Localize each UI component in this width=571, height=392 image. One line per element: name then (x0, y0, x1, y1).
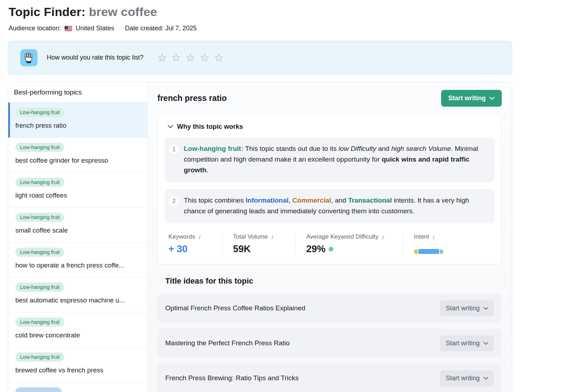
topic-label: cold brew concentrate (15, 331, 141, 339)
topic-badge: Low-hanging fruit (15, 178, 64, 187)
audience-location-value: United States (76, 25, 114, 32)
topic-badge: Low-hanging fruit (15, 317, 64, 327)
intent-informational-text: Informational (246, 197, 288, 204)
point-text: This topic combines Informational, Comme… (184, 195, 486, 217)
rating-question: How would you rate this topic list? (47, 54, 143, 61)
sidebar-item-topic-partial[interactable] (8, 382, 147, 392)
sidebar-item-topic[interactable]: Low-hanging fruit french press ratio (8, 103, 147, 138)
sidebar-item-topic[interactable]: Low-hanging fruit light roast coffees (8, 173, 147, 208)
rating-banner: How would you rate this topic list? ☆ ☆ … (8, 41, 512, 75)
intent-informational-segment (418, 249, 439, 254)
metric-total-volume: Total Volume i 59K (222, 233, 295, 255)
sidebar-item-topic[interactable]: Low-hanging fruit brewed coffee vs frenc… (8, 347, 147, 382)
star-icon[interactable]: ☆ (171, 52, 181, 63)
topic-label: small coffee scale (15, 226, 141, 234)
star-icon[interactable]: ☆ (214, 52, 224, 63)
title-idea-card: French Press Brewing: Ratio Tips and Tri… (157, 363, 502, 392)
us-flag-icon (65, 26, 72, 31)
date-created: Date created: Jul 7, 2025 (125, 25, 197, 32)
point-segment: , and (331, 197, 348, 204)
start-writing-button[interactable]: Start writing (440, 335, 494, 351)
topic-label: how to operate a french press coffe... (15, 261, 141, 269)
topic-metrics: Keywords i + 30 Total Volume i 59K (165, 233, 494, 255)
metric-keyword-difficulty: Average Keyword Difficulty i 29% (295, 233, 403, 255)
page-subheader: Audience location: United States Date cr… (9, 25, 571, 32)
intent-commercial-segment (414, 249, 418, 254)
metric-label: Intent (414, 233, 429, 240)
start-writing-label: Start writing (446, 340, 480, 347)
point-segment: This topic combines (184, 197, 246, 204)
info-icon[interactable]: i (433, 234, 434, 240)
sidebar-item-topic[interactable]: Low-hanging fruit small coffee scale (8, 208, 147, 243)
star-icon[interactable]: ☆ (157, 52, 167, 63)
chevron-down-icon (168, 125, 173, 128)
topic-label: light roast coffees (15, 192, 141, 199)
topic-label: best automatic espresso machine u... (15, 296, 141, 304)
why-topic-works-toggle[interactable]: Why this topic works (165, 123, 494, 131)
topic-badge: Low-hanging fruit (15, 352, 64, 362)
title-idea-text: French Press Brewing: Ratio Tips and Tri… (165, 374, 299, 382)
topic-badge: Low-hanging fruit (15, 143, 64, 152)
metric-intent: Intent i (403, 233, 453, 255)
metric-label: Average Keyword Difficulty (306, 233, 379, 240)
page-title-prefix: Topic Finder: (9, 5, 89, 19)
chevron-down-icon (484, 342, 488, 345)
start-writing-button[interactable]: Start writing (440, 370, 494, 386)
topic-detail-panel: french press ratio Start writing Why thi… (147, 82, 512, 392)
difficulty-value: 29% (306, 244, 325, 255)
topic-badge: Low-hanging fruit (15, 108, 64, 117)
page-title-query: brew coffee (89, 5, 157, 19)
info-icon[interactable]: i (198, 234, 200, 240)
sidebar-item-topic[interactable]: Low-hanging fruit cold brew concentrate (8, 312, 147, 347)
point-segment: and (376, 145, 391, 152)
star-icon[interactable]: ☆ (186, 52, 195, 63)
keywords-value: + 30 (168, 244, 213, 255)
title-idea-text: Optimal French Press Coffee Ratios Expla… (165, 304, 305, 312)
title-idea-card: Optimal French Press Coffee Ratios Expla… (157, 294, 502, 323)
point-segment: , (289, 197, 293, 204)
why-point-2: 2 This topic combines Informational, Com… (165, 189, 494, 223)
sidebar-item-topic[interactable]: Low-hanging fruit best automatic espress… (8, 278, 147, 312)
why-topic-works-title: Why this topic works (177, 123, 243, 131)
metric-keywords: Keywords i + 30 (168, 233, 222, 255)
topic-detail-header: french press ratio Start writing (157, 88, 502, 108)
title-idea-text: Mastering the Perfect French Press Ratio (165, 339, 289, 347)
point-segment-italic: low Difficulty (339, 145, 377, 152)
hand-icon (20, 49, 37, 66)
start-writing-label: Start writing (448, 95, 486, 102)
topic-label: brewed coffee vs french press (15, 366, 141, 374)
topic-badge: Low-hanging fruit (15, 213, 64, 222)
intent-transactional-segment (440, 249, 443, 254)
sidebar-item-topic[interactable]: Low-hanging fruit how to operate a frenc… (8, 243, 147, 278)
total-volume-value: 59K (233, 244, 286, 255)
intent-commercial-text: Commercial (292, 197, 331, 204)
point-segment-italic: high search Volume (391, 145, 451, 152)
topic-label: best coffee grinder for espresso (15, 157, 141, 164)
chevron-down-icon (484, 377, 488, 380)
difficulty-status-dot (329, 247, 333, 251)
topic-badge: Low-hanging fruit (15, 282, 64, 292)
why-topic-works-card: Why this topic works 1 Low-hanging fruit… (157, 114, 502, 264)
chevron-down-icon (484, 307, 488, 310)
topics-workspace: Best-performing topics Low-hanging fruit… (8, 82, 512, 392)
star-icon[interactable]: ☆ (200, 52, 209, 63)
point-text: Low-hanging fruit: This topic stands out… (184, 143, 486, 175)
info-icon[interactable]: i (382, 234, 384, 240)
start-writing-label: Start writing (446, 305, 480, 312)
topic-title: french press ratio (157, 93, 227, 103)
point-lead: Low-hanging fruit: (184, 145, 243, 152)
intent-transactional-text: Transactional (348, 197, 392, 204)
page-title: Topic Finder: brew coffee (9, 5, 571, 19)
start-writing-button[interactable]: Start writing (441, 90, 502, 107)
start-writing-button[interactable]: Start writing (440, 300, 494, 316)
topic-label: french press ratio (15, 122, 141, 129)
metric-label: Keywords (168, 233, 195, 240)
point-number: 1 (169, 144, 179, 154)
info-icon[interactable]: i (271, 234, 273, 240)
sidebar-title: Best-performing topics (8, 82, 147, 103)
title-idea-card: Mastering the Perfect French Press Ratio… (157, 329, 502, 358)
audience-location-label: Audience location: (9, 25, 61, 32)
intent-distribution-bar (414, 249, 443, 254)
metric-label: Total Volume (233, 233, 268, 240)
sidebar-item-topic[interactable]: Low-hanging fruit best coffee grinder fo… (8, 138, 147, 173)
